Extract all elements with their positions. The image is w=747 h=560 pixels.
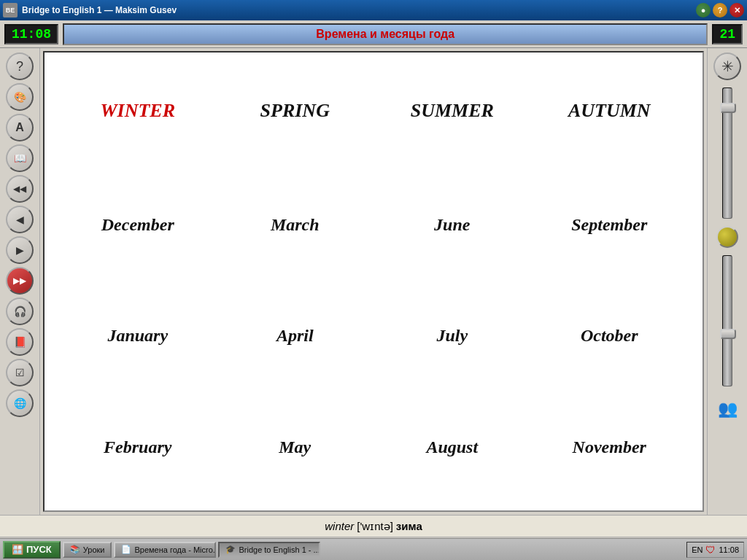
bridge-label: Bridge to English 1 - ... bbox=[239, 545, 320, 554]
month-july[interactable]: July bbox=[374, 326, 531, 346]
tray-time: 11:08 bbox=[719, 545, 739, 554]
season-spring[interactable]: SPRING bbox=[217, 100, 374, 122]
dictionary-button[interactable]: 📕 bbox=[6, 328, 34, 356]
months-row-1: December March June September bbox=[59, 215, 688, 235]
help-sidebar-button[interactable]: ? bbox=[6, 52, 34, 80]
right-sidebar: ✳ 👥 bbox=[707, 48, 747, 515]
main-layout: ? 🎨 A 📖 ◀◀ ◀ ▶ ▶▶ 🎧 📕 ☑ 🌐 WINTER SPRING … bbox=[0, 48, 747, 515]
headphones-button[interactable]: 🎧 bbox=[6, 298, 34, 325]
app-icon: BE bbox=[3, 3, 18, 18]
translation-display: зима bbox=[396, 520, 422, 532]
start-button[interactable]: 🪟 ПУСК bbox=[3, 541, 61, 559]
month-november[interactable]: November bbox=[531, 438, 689, 457]
month-december[interactable]: December bbox=[59, 215, 217, 235]
seasons-row: WINTER SPRING SUMMER AUTUMN bbox=[59, 100, 688, 122]
season-autumn[interactable]: AUTUMN bbox=[531, 100, 689, 122]
slider-1-container bbox=[722, 88, 732, 219]
month-september[interactable]: September bbox=[531, 215, 689, 235]
antivirus-icon: 🛡 bbox=[705, 544, 716, 556]
check-button[interactable]: ☑ bbox=[6, 359, 34, 386]
toolbar: 11:08 Времена и месяцы года 21 bbox=[0, 20, 747, 48]
bridge-icon: 🎓 bbox=[225, 545, 236, 554]
rewind-button[interactable]: ◀◀ bbox=[6, 175, 34, 203]
month-march[interactable]: March bbox=[217, 215, 374, 235]
word-display[interactable]: winter bbox=[325, 520, 354, 532]
month-february[interactable]: February bbox=[59, 438, 217, 457]
window-controls: ● ? ✕ bbox=[696, 3, 744, 18]
months-row-2: January April July October bbox=[59, 326, 688, 346]
asterisk-button[interactable]: ✳ bbox=[713, 52, 741, 80]
color-button[interactable]: 🎨 bbox=[6, 83, 34, 111]
close-button[interactable]: ✕ bbox=[729, 3, 744, 18]
windows-logo: 🪟 bbox=[12, 544, 23, 555]
month-october[interactable]: October bbox=[531, 326, 689, 346]
season-winter[interactable]: WINTER bbox=[59, 100, 217, 122]
month-june[interactable]: June bbox=[374, 215, 531, 235]
title-bar: BE Bridge to English 1 — Maksim Gusev ● … bbox=[0, 0, 747, 20]
book-button[interactable]: 📖 bbox=[6, 144, 34, 172]
month-may[interactable]: May bbox=[217, 438, 374, 457]
slider-2-thumb[interactable] bbox=[720, 329, 736, 339]
taskbar-item-bridge[interactable]: 🎓 Bridge to English 1 - ... bbox=[218, 542, 320, 558]
page-number: 21 bbox=[712, 24, 743, 44]
minimize-button[interactable]: ● bbox=[696, 3, 711, 18]
uroki-icon: 📚 bbox=[70, 545, 80, 554]
vremena-label: Времена года - Micro... bbox=[134, 545, 216, 554]
volume-knob[interactable] bbox=[716, 226, 738, 248]
vremena-icon: 📄 bbox=[121, 545, 131, 554]
text-button[interactable]: A bbox=[6, 114, 34, 141]
season-summer[interactable]: SUMMER bbox=[374, 100, 531, 122]
help-button[interactable]: ? bbox=[713, 3, 727, 18]
status-bar: winter ['wɪntə] зима bbox=[0, 515, 747, 537]
slider-2-track bbox=[722, 255, 732, 386]
time-display: 11:08 bbox=[4, 24, 58, 44]
start-label: ПУСК bbox=[26, 544, 52, 555]
content-area: WINTER SPRING SUMMER AUTUMN December Mar… bbox=[43, 51, 704, 512]
month-august[interactable]: August bbox=[374, 438, 531, 457]
lang-indicator: EN bbox=[692, 545, 703, 554]
globe-button[interactable]: 🌐 bbox=[6, 389, 34, 417]
slider-2-container bbox=[722, 255, 732, 386]
taskbar: 🪟 ПУСК 📚 Уроки 📄 Времена года - Micro...… bbox=[0, 538, 747, 560]
month-april[interactable]: April bbox=[217, 326, 374, 346]
users-icon[interactable]: 👥 bbox=[713, 395, 741, 423]
prev-button[interactable]: ◀ bbox=[6, 206, 34, 233]
system-tray: EN 🛡 11:08 bbox=[686, 542, 744, 558]
play-button[interactable]: ▶ bbox=[6, 236, 34, 264]
left-sidebar: ? 🎨 A 📖 ◀◀ ◀ ▶ ▶▶ 🎧 📕 ☑ 🌐 bbox=[0, 48, 40, 515]
fastforward-button[interactable]: ▶▶ bbox=[6, 267, 34, 295]
window-title: Bridge to English 1 — Maksim Gusev bbox=[22, 5, 692, 15]
taskbar-item-uroki[interactable]: 📚 Уроки bbox=[63, 542, 112, 558]
slider-1-thumb[interactable] bbox=[720, 103, 736, 113]
months-row-3: February May August November bbox=[59, 438, 688, 457]
lesson-title: Времена и месяцы года bbox=[63, 23, 708, 45]
phonetic-display: ['wɪntə] bbox=[357, 520, 393, 533]
month-january[interactable]: January bbox=[59, 326, 217, 346]
uroki-label: Уроки bbox=[83, 545, 105, 554]
slider-1-track bbox=[722, 88, 732, 219]
taskbar-item-vremena[interactable]: 📄 Времена года - Micro... bbox=[114, 542, 216, 558]
